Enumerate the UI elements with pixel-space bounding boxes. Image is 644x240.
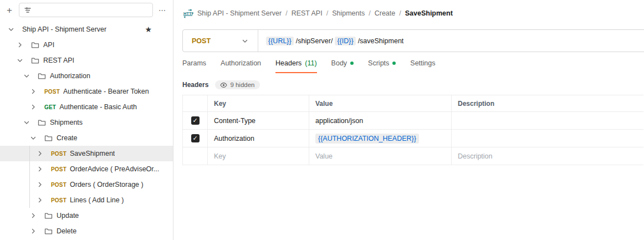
folder-icon xyxy=(44,134,53,142)
description-column-header: Description xyxy=(452,95,644,112)
description-placeholder[interactable]: Description xyxy=(452,147,644,165)
headers-section-header: Headers 9 hidden xyxy=(182,80,644,89)
tab-scripts[interactable]: Scripts xyxy=(368,59,396,73)
app-window: + ⋯ Ship API - Shipment Server xyxy=(0,0,644,240)
breadcrumb-rest-api[interactable]: REST API xyxy=(292,9,323,17)
tree-item-label: Create xyxy=(57,134,78,142)
tree-item-request-saveshipment[interactable]: POST SaveShipment xyxy=(0,146,173,161)
request-url-bar: POST {{URL}} /shipServer/ {{ID}} /saveSh… xyxy=(182,29,644,52)
url-path-segment: /shipServer/ xyxy=(296,37,333,45)
method-selector[interactable]: POST xyxy=(183,30,258,52)
checkbox-column-header xyxy=(183,95,208,112)
header-description-cell[interactable] xyxy=(452,112,644,130)
header-row-empty: Key Value Description xyxy=(183,147,644,165)
sidebar: + ⋯ Ship API - Shipment Server xyxy=(0,0,173,240)
chevron-right-icon[interactable] xyxy=(35,196,44,205)
chevron-right-icon[interactable] xyxy=(35,180,44,189)
hidden-headers-toggle[interactable]: 9 hidden xyxy=(215,80,259,89)
tab-settings[interactable]: Settings xyxy=(410,59,435,73)
tree-item-folder-update[interactable]: Update xyxy=(0,208,173,223)
collection-tree: Ship API - Shipment Server ★ API xyxy=(0,20,173,239)
method-badge-post: POST xyxy=(44,89,60,95)
tree-item-folder-api[interactable]: API xyxy=(0,37,173,53)
eye-icon xyxy=(220,82,227,88)
tree-item-request-auth-bearer[interactable]: POST Authenticate - Bearer Token xyxy=(0,84,173,99)
chevron-down-icon[interactable] xyxy=(7,25,16,34)
tab-params[interactable]: Params xyxy=(182,59,206,73)
tree-item-label: API xyxy=(43,41,54,49)
tab-body[interactable]: Body xyxy=(331,59,354,73)
tab-authorization[interactable]: Authorization xyxy=(221,59,261,73)
url-variable: {{URL}} xyxy=(266,37,294,45)
chevron-down-icon[interactable] xyxy=(29,134,38,142)
add-collection-button[interactable]: + xyxy=(3,4,16,16)
tree-item-label: REST API xyxy=(43,57,74,64)
tree-item-label: Orders ( OrderStorage ) xyxy=(70,181,144,188)
more-options-button[interactable]: ⋯ xyxy=(156,4,168,16)
breadcrumb-shipments[interactable]: Shipments xyxy=(332,9,365,17)
breadcrumb: HTTP Ship API - Shipment Server / REST A… xyxy=(182,8,644,18)
tree-item-folder-rest-api[interactable]: REST API xyxy=(0,53,173,68)
search-input[interactable] xyxy=(35,6,148,14)
breadcrumb-separator: / xyxy=(285,9,287,17)
value-placeholder[interactable]: Value xyxy=(309,147,452,165)
breadcrumb-current-request: SaveShipment xyxy=(405,9,453,17)
header-value-cell[interactable]: {{AUTHORIZATION_HEADER}} xyxy=(309,130,452,147)
value-column-header: Value xyxy=(309,95,452,112)
chevron-down-icon[interactable] xyxy=(22,118,31,127)
chevron-down-icon[interactable] xyxy=(22,72,31,80)
header-key-cell[interactable]: Authorization xyxy=(208,130,309,147)
header-description-cell[interactable] xyxy=(452,130,644,147)
method-selected-value: POST xyxy=(192,37,211,45)
chevron-right-icon[interactable] xyxy=(29,227,38,236)
request-panel: HTTP Ship API - Shipment Server / REST A… xyxy=(173,0,644,240)
header-row-content-type: ✓ Content-Type application/json xyxy=(183,112,644,130)
tree-item-request-orders[interactable]: POST Orders ( OrderStorage ) xyxy=(0,177,173,192)
chevron-right-icon[interactable] xyxy=(29,211,38,220)
breadcrumb-create[interactable]: Create xyxy=(375,9,396,17)
header-key-cell[interactable]: Content-Type xyxy=(208,112,309,130)
tree-item-folder-shipments[interactable]: Shipments xyxy=(0,115,173,130)
tree-item-request-orderadvice[interactable]: POST OrderAdvice ( PreAdviseOr... xyxy=(0,161,173,177)
tree-item-folder-delete[interactable]: Delete xyxy=(0,223,173,239)
chevron-right-icon[interactable] xyxy=(35,149,44,158)
tree-item-label: Authorization xyxy=(50,72,90,80)
url-variable: {{ID}} xyxy=(335,37,355,45)
collection-name: Ship API - Shipment Server xyxy=(22,25,106,33)
tree-item-label: Update xyxy=(57,212,79,219)
tree-item-label: Shipments xyxy=(50,119,83,126)
tab-label: Headers xyxy=(275,59,301,67)
http-request-icon: HTTP xyxy=(182,8,193,18)
tab-label: Authorization xyxy=(221,59,261,67)
tree-item-label: Authenticate - Basic Auth xyxy=(59,103,137,111)
tree-item-label: OrderAdvice ( PreAdviseOr... xyxy=(70,165,159,173)
key-placeholder[interactable]: Key xyxy=(208,147,309,165)
tree-item-folder-authorization[interactable]: Authorization xyxy=(0,68,173,84)
checkbox-checked[interactable]: ✓ xyxy=(191,116,200,125)
chevron-right-icon[interactable] xyxy=(16,40,24,49)
headers-count: (11) xyxy=(305,59,316,67)
key-column-header: Key xyxy=(208,95,309,112)
breadcrumb-collection[interactable]: Ship API - Shipment Server xyxy=(197,9,282,17)
tree-item-label: Lines ( Add Line ) xyxy=(70,196,124,204)
tab-label: Scripts xyxy=(368,59,389,67)
checkbox-checked[interactable]: ✓ xyxy=(191,134,200,142)
method-badge-post: POST xyxy=(51,197,67,203)
tree-item-folder-create[interactable]: Create xyxy=(0,130,173,146)
folder-icon xyxy=(31,56,40,65)
header-value-cell[interactable]: application/json xyxy=(309,112,452,130)
chevron-down-icon[interactable] xyxy=(16,56,24,65)
sidebar-search-box[interactable] xyxy=(19,3,153,17)
breadcrumb-separator: / xyxy=(326,9,328,17)
star-icon[interactable]: ★ xyxy=(145,25,152,34)
chevron-right-icon[interactable] xyxy=(29,87,38,96)
tree-item-request-lines[interactable]: POST Lines ( Add Line ) xyxy=(0,192,173,208)
url-input[interactable]: {{URL}} /shipServer/ {{ID}} /saveShipmen… xyxy=(258,37,403,45)
chevron-right-icon[interactable] xyxy=(29,103,38,111)
sidebar-topbar: + ⋯ xyxy=(0,0,173,20)
chevron-right-icon[interactable] xyxy=(35,165,44,173)
tree-item-request-auth-basic[interactable]: GET Authenticate - Basic Auth xyxy=(0,99,173,115)
tab-headers[interactable]: Headers (11) xyxy=(275,59,317,73)
url-path-segment: /saveShipment xyxy=(358,37,404,45)
tree-item-collection-root[interactable]: Ship API - Shipment Server ★ xyxy=(0,22,173,37)
